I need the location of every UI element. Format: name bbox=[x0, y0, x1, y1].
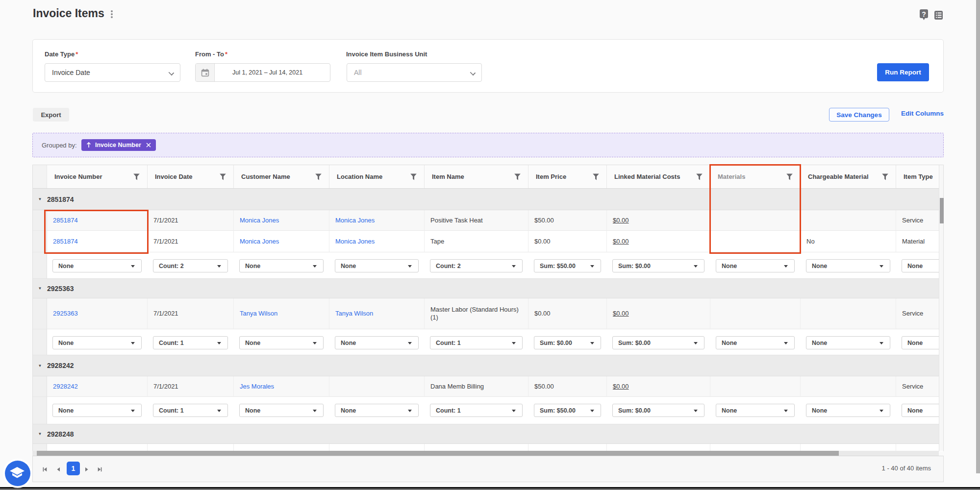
svg-text:?: ? bbox=[922, 10, 926, 18]
